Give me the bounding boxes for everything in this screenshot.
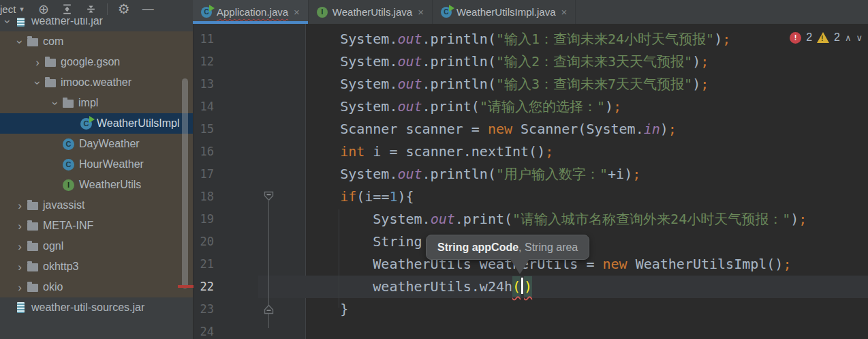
line-number: 14	[193, 95, 214, 118]
line-number: 23	[193, 298, 214, 321]
line-number: 22	[193, 276, 214, 298]
run-arrow-icon	[209, 5, 215, 12]
code-line[interactable]: System.out.print("请输入城市名称查询外来24小时天气预报：")…	[307, 208, 807, 231]
folder-icon	[27, 263, 38, 271]
code-line[interactable]: System.out.println("输入1：查询未来24小时天气预报");	[307, 28, 730, 50]
class-icon: C	[201, 7, 212, 18]
fold-end-icon[interactable]	[264, 304, 274, 314]
tree-chevron-icon[interactable]: ›	[12, 261, 27, 273]
tree-item-weatherutilsimpl[interactable]: ›CWeatherUtilsImpl	[0, 113, 193, 134]
folder-icon	[27, 38, 38, 46]
tree-item-javassist[interactable]: ›javassist	[0, 195, 193, 216]
tab-close-icon[interactable]: ×	[294, 6, 300, 18]
code-token: new	[602, 256, 627, 272]
code-token: .println(	[422, 76, 496, 92]
tree-item-weather-util-sources-jar[interactable]: ›weather-util-sources.jar	[0, 297, 193, 318]
tree-chevron-icon[interactable]: ›	[12, 220, 27, 232]
tree-item-label: javassist	[43, 199, 84, 211]
code-token: System.	[307, 76, 397, 92]
interface-icon: I	[317, 7, 328, 18]
warning-count-icon[interactable]	[817, 32, 829, 43]
code-token: if	[340, 188, 356, 205]
code-token: )	[605, 98, 613, 115]
tab-weatherutilsimpl-java[interactable]: CWeatherUtilsImpl.java×	[433, 0, 576, 24]
tree-chevron-icon[interactable]: ›	[12, 200, 27, 211]
project-tree-scrollbar[interactable]	[182, 78, 188, 289]
code-line[interactable]: }	[307, 298, 348, 321]
expand-all-icon[interactable]	[61, 3, 73, 15]
code-token: ;	[700, 76, 709, 92]
code-line[interactable]: System.out.println("输入2：查询未来3天天气预报");	[307, 50, 709, 73]
locate-file-icon[interactable]: ⊕	[38, 1, 49, 17]
tree-chevron-icon[interactable]: ›	[50, 95, 61, 110]
tree-item-okhttp3[interactable]: ›okhttp3	[0, 256, 193, 277]
folder-icon	[45, 59, 56, 67]
folder-icon	[27, 222, 38, 231]
tab-application-java[interactable]: CApplication.java×	[193, 0, 309, 24]
tree-item-label: google.gson	[61, 56, 120, 68]
tree-item-label: META-INF	[43, 220, 93, 232]
tree-item-impl[interactable]: ›impl	[0, 93, 193, 113]
code-token: out	[397, 31, 422, 47]
code-token: )	[660, 121, 668, 137]
tree-item-label: imooc.weather	[61, 76, 131, 89]
parameter-info-tooltip: String appCode, String area	[426, 235, 589, 260]
tree-item-google-gson[interactable]: ›google.gson	[0, 52, 193, 72]
code-line[interactable]: System.out.println("输入3：查询未来7天天气预报");	[307, 73, 709, 95]
code-line[interactable]: System.out.print("请输入您的选择：");	[307, 95, 621, 118]
hide-panel-icon[interactable]: ―	[142, 2, 154, 16]
collapse-all-icon[interactable]	[85, 3, 97, 15]
tree-item-hourweather[interactable]: ›CHourWeather	[0, 154, 193, 175]
line-number: 19	[193, 208, 214, 231]
tree-item-label: com	[43, 35, 63, 48]
code-token: ;	[799, 211, 807, 227]
error-line-marker	[178, 285, 193, 288]
code-token: System.	[307, 53, 397, 70]
folder-icon	[45, 79, 56, 87]
code-line[interactable]: int i = scanner.nextInt();	[307, 141, 553, 163]
code-token: out	[431, 211, 455, 227]
code-token: out	[397, 53, 422, 70]
line-number: 21	[193, 253, 214, 276]
previous-problem-chevron-icon[interactable]: ∧	[845, 33, 852, 43]
active-tab-underline	[193, 21, 308, 24]
code-token: )	[790, 211, 799, 227]
error-count-icon[interactable]: !	[790, 32, 801, 44]
tree-item-okio[interactable]: ›okio	[0, 277, 193, 297]
tree-item-imooc-weather[interactable]: ›imooc.weather	[0, 72, 193, 93]
tree-chevron-icon[interactable]: ›	[30, 57, 45, 68]
next-problem-chevron-icon[interactable]: ∨	[856, 33, 863, 43]
tree-item-label: WeatherUtilsImpl	[97, 117, 180, 130]
tree-chevron-icon[interactable]: ›	[12, 241, 27, 252]
code-token: out	[397, 76, 422, 92]
code-line[interactable]: weatherUtils.w24h()	[307, 276, 532, 298]
error-count: 2	[806, 31, 812, 44]
code-token: ;	[668, 121, 677, 137]
code-line[interactable]: Scanner scanner = new Scanner(System.in)…	[307, 118, 677, 141]
tab-weatherutils-java[interactable]: IWeatherUtils.java×	[309, 0, 433, 24]
line-number: 15	[193, 118, 214, 141]
tab-close-icon[interactable]: ×	[418, 6, 424, 18]
code-token: ;	[700, 53, 709, 70]
tree-chevron-icon[interactable]: ›	[32, 75, 44, 90]
code-line[interactable]: System.out.println("用户输入数字："+i);	[307, 163, 640, 186]
project-view-caret-icon[interactable]: ▾	[20, 5, 24, 14]
tab-close-icon[interactable]: ×	[561, 6, 568, 18]
tree-item-ognl[interactable]: ›ognl	[0, 236, 193, 256]
tree-item-label: HourWeather	[79, 158, 144, 171]
settings-gear-icon[interactable]: ⚙	[118, 1, 130, 17]
code-token: ;	[613, 98, 621, 115]
code-line[interactable]: if(i==1){	[307, 186, 414, 208]
tree-item-weatherutils[interactable]: ›IWeatherUtils	[0, 175, 193, 195]
code-line[interactable]: String	[307, 231, 422, 253]
code-token: "输入3：查询未来7天天气预报"	[496, 76, 692, 92]
project-view-title[interactable]: ject	[0, 3, 16, 15]
tree-item-dayweather[interactable]: ›CDayWeather	[0, 134, 193, 154]
tree-chevron-icon[interactable]: ›	[14, 34, 26, 49]
tree-chevron-icon[interactable]: ›	[12, 282, 27, 293]
code-editor[interactable]: 11 System.out.println("输入1：查询未来24小时天气预报"…	[193, 24, 868, 339]
tree-item-label: DayWeather	[79, 138, 140, 150]
tree-item-meta-inf[interactable]: ›META-INF	[0, 216, 193, 236]
tree-item-com[interactable]: ›com	[0, 31, 193, 52]
fold-start-icon[interactable]	[264, 191, 274, 201]
